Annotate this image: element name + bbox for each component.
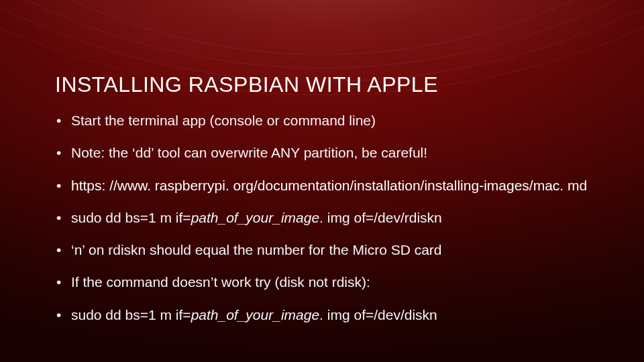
bullet-text: Note: the ‘dd’ tool can overwrite ANY pa… [71,145,427,160]
decorative-arc [0,0,644,55]
bullet-link-text: https: //www. raspberrypi. org/documenta… [71,178,587,193]
bullet-prefix: sudo dd bs=1 m if= [71,307,191,322]
bullet-item: Start the terminal app (console or comma… [55,112,604,129]
bullet-italic: path_of_your_image [191,307,319,322]
bullet-item: sudo dd bs=1 m if=path_of_your_image. im… [55,209,604,227]
slide-content: INSTALLING RASPBIAN WITH APPLE Start the… [55,72,604,339]
slide-title: INSTALLING RASPBIAN WITH APPLE [55,72,604,97]
bullet-item: sudo dd bs=1 m if=path_of_your_image. im… [55,306,604,324]
bullet-item: https: //www. raspberrypi. org/documenta… [55,177,604,194]
bullet-list: Start the terminal app (console or comma… [55,112,604,324]
bullet-italic: path_of_your_image [191,210,319,225]
bullet-text: Start the terminal app (console or comma… [71,113,376,128]
bullet-text: ‘n’ on rdiskn should equal the number fo… [71,242,442,257]
bullet-item: ‘n’ on rdiskn should equal the number fo… [55,241,604,259]
bullet-suffix: . img of=/dev/diskn [319,307,437,322]
bullet-text: If the command doesn’t work try (disk no… [71,274,370,290]
slide: INSTALLING RASPBIAN WITH APPLE Start the… [0,0,644,362]
decorative-arc [0,0,644,68]
bullet-prefix: sudo dd bs=1 m if= [71,210,191,225]
bullet-suffix: . img of=/dev/rdiskn [319,210,442,225]
bullet-item: If the command doesn’t work try (disk no… [55,274,604,291]
bullet-item: Note: the ‘dd’ tool can overwrite ANY pa… [55,144,604,162]
decorative-arc [0,0,644,82]
